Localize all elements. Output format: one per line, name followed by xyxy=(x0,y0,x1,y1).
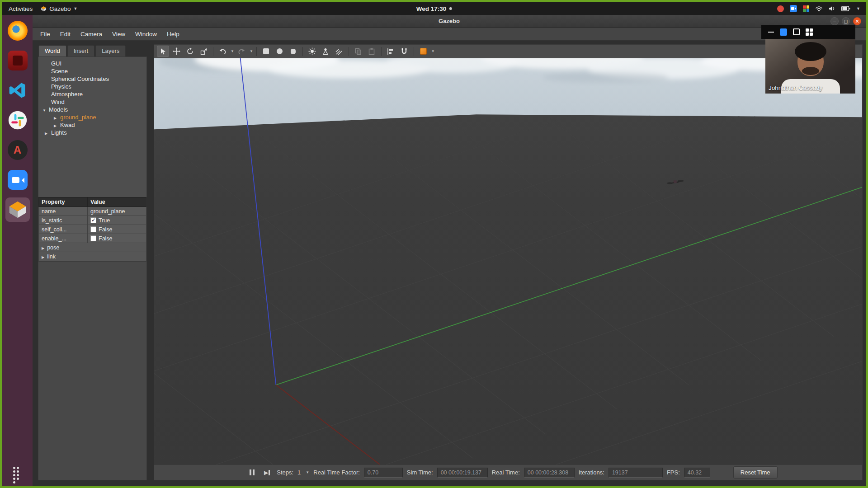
redo-history-caret-icon[interactable]: ▼ xyxy=(250,49,253,53)
property-row-self-collide[interactable]: self_coll... False xyxy=(39,225,146,234)
colorful-apps-icon[interactable] xyxy=(803,5,809,12)
tree-item-atmosphere[interactable]: Atmosphere xyxy=(38,90,146,98)
property-row-link[interactable]: ▶link xyxy=(39,252,146,261)
real-time-value: 00 00:00:28.308 xyxy=(524,468,575,478)
property-row-is-static[interactable]: is_static True xyxy=(39,216,146,225)
battery-icon[interactable] xyxy=(841,6,850,11)
box-tool[interactable] xyxy=(260,46,272,57)
property-row-enable-wind[interactable]: enable_... False xyxy=(39,234,146,243)
tree-item-scene[interactable]: Scene xyxy=(38,67,146,75)
menu-file[interactable]: File xyxy=(35,29,55,39)
undo-history-caret-icon[interactable]: ▼ xyxy=(231,49,234,53)
tab-insert[interactable]: Insert xyxy=(67,45,95,56)
dock-item-zoom[interactable] xyxy=(5,168,30,192)
pause-button[interactable] xyxy=(247,468,257,477)
dock-item-a-app[interactable]: A xyxy=(5,138,30,162)
checkbox-unchecked-icon[interactable] xyxy=(90,235,96,241)
tree-item-lights[interactable]: ▶Lights xyxy=(38,129,146,136)
minimize-button[interactable]: – xyxy=(830,17,839,25)
menu-camera[interactable]: Camera xyxy=(75,29,107,39)
checkbox-checked-icon[interactable] xyxy=(90,217,96,223)
blue-square-icon[interactable] xyxy=(780,28,787,36)
translate-tool[interactable] xyxy=(170,46,183,57)
tree-item-models[interactable]: ▼Models xyxy=(38,106,146,113)
dock-item-vscode[interactable] xyxy=(5,78,30,103)
iterations-label: Iterations: xyxy=(579,469,604,476)
menu-view[interactable]: View xyxy=(107,29,130,39)
white-square-icon[interactable] xyxy=(793,28,800,35)
vscode-icon xyxy=(8,80,28,100)
simulation-status-bar: ▶ Steps: 1 ▼ Real Time Factor: 0.70 Sim … xyxy=(154,465,863,480)
menu-help[interactable]: Help xyxy=(162,29,184,39)
chevron-down-icon[interactable]: ▼ xyxy=(42,107,49,114)
model-editor-button[interactable] xyxy=(417,46,429,57)
app-menu-label: Gazebo xyxy=(49,5,71,12)
screen-recorder-icon[interactable] xyxy=(777,5,784,12)
select-tool[interactable] xyxy=(157,46,169,57)
dock-item-gazebo[interactable] xyxy=(5,197,30,222)
tree-item-spherical-coordinates[interactable]: Spherical Coordinates xyxy=(38,75,146,83)
snap-tool[interactable] xyxy=(398,46,410,57)
cylinder-tool[interactable] xyxy=(287,46,299,57)
spot-light-tool[interactable] xyxy=(320,46,332,57)
tab-layers[interactable]: Layers xyxy=(95,45,126,56)
point-light-tool[interactable] xyxy=(306,46,318,57)
dock-item-red-app[interactable] xyxy=(5,48,30,73)
app-menu[interactable]: Gazebo ▼ xyxy=(41,5,77,12)
panel-filler xyxy=(38,261,146,480)
menu-edit[interactable]: Edit xyxy=(55,29,75,39)
checkbox-unchecked-icon[interactable] xyxy=(90,226,96,232)
copy-button[interactable] xyxy=(352,46,364,57)
panel-tabs: World Insert Layers xyxy=(38,44,147,56)
undo-button[interactable] xyxy=(217,46,229,57)
chevron-right-icon[interactable]: ▶ xyxy=(42,255,44,259)
system-top-bar: Activities Gazebo ▼ Wed 17:30 ▼ xyxy=(2,2,866,15)
zoom-tray-icon[interactable] xyxy=(790,5,797,12)
tray-chevron-icon[interactable]: ▼ xyxy=(856,6,860,11)
window-titlebar[interactable]: Gazebo – ◻ ✕ xyxy=(33,15,866,28)
directional-light-tool[interactable] xyxy=(333,46,345,57)
dock-item-firefox[interactable] xyxy=(5,19,30,43)
tab-world[interactable]: World xyxy=(38,45,66,56)
meeting-toolbar xyxy=(761,25,855,39)
wifi-icon[interactable] xyxy=(815,5,823,12)
minimize-icon[interactable] xyxy=(768,32,774,33)
close-button[interactable]: ✕ xyxy=(853,17,861,25)
reset-time-button[interactable]: Reset Time xyxy=(733,466,778,479)
model-editor-caret-icon[interactable]: ▼ xyxy=(431,49,435,53)
paste-button[interactable] xyxy=(366,46,378,57)
rotate-tool[interactable] xyxy=(184,46,196,57)
clock[interactable]: Wed 17:30 xyxy=(416,5,452,12)
chevron-right-icon[interactable]: ▶ xyxy=(45,130,51,137)
dock: A xyxy=(2,15,33,486)
tree-item-wind[interactable]: Wind xyxy=(38,98,146,106)
tree-item-ground-plane[interactable]: ▶ground_plane xyxy=(38,113,146,121)
steps-value[interactable]: 1 xyxy=(297,469,301,476)
chevron-right-icon[interactable]: ▶ xyxy=(42,246,44,250)
tree-item-gui[interactable]: GUI xyxy=(38,60,146,67)
dock-item-app-grid[interactable] xyxy=(5,459,30,483)
volume-icon[interactable] xyxy=(829,5,835,12)
gazebo-toolbar: ▼ ▼ xyxy=(154,44,863,58)
maximize-button[interactable]: ◻ xyxy=(842,17,850,25)
tree-item-physics[interactable]: Physics xyxy=(38,83,146,90)
step-button[interactable]: ▶ xyxy=(261,469,273,477)
menu-window[interactable]: Window xyxy=(130,29,162,39)
dock-item-slack[interactable] xyxy=(5,108,30,132)
tree-item-kwad[interactable]: ▶Kwad xyxy=(38,121,146,129)
grid-icon[interactable] xyxy=(806,28,813,36)
sphere-tool[interactable] xyxy=(274,46,286,57)
steps-spinner-icon[interactable]: ▼ xyxy=(306,470,309,474)
chevron-down-icon: ▼ xyxy=(74,6,78,11)
orange-cube-icon xyxy=(420,48,427,55)
scale-tool[interactable] xyxy=(198,46,210,57)
sim-time-label: Sim Time: xyxy=(407,469,433,476)
property-row-name[interactable]: name ground_plane xyxy=(39,207,146,216)
slack-icon xyxy=(8,110,28,130)
property-row-pose[interactable]: ▶pose xyxy=(39,243,146,252)
redo-button[interactable] xyxy=(236,46,248,57)
webcam-video[interactable]: Johnathan Cassady xyxy=(765,39,855,94)
3d-viewport[interactable] xyxy=(154,58,863,465)
align-tool[interactable] xyxy=(385,46,397,57)
activities-button[interactable]: Activities xyxy=(9,5,33,12)
